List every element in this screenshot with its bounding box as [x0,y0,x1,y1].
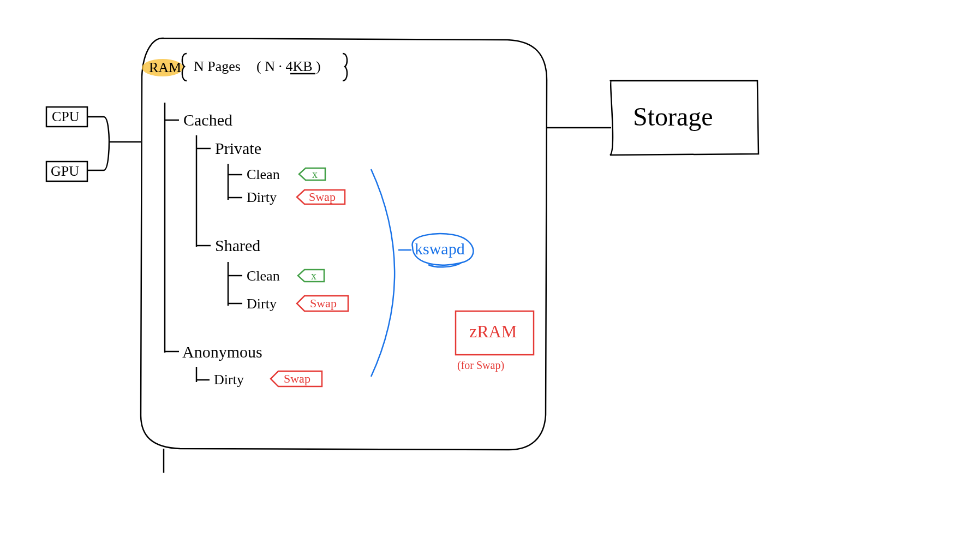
cpu-gpu-bracket [87,117,141,170]
label-shared-dirty: Dirty [247,296,277,312]
ram-box [141,38,547,450]
tag-shared-clean: x [298,270,324,282]
cpu-label: CPU [52,109,80,124]
tag-private-dirty-text: Swap [309,190,336,204]
label-shared: Shared [215,236,260,254]
label-zram: zRAM [469,321,517,341]
label-storage: Storage [633,102,713,131]
tag-shared-dirty: Swap [297,296,348,311]
label-kswapd: kswapd [415,240,465,258]
label-zram-note: (for Swap) [457,359,504,372]
ram-header-size: ( N · 4KB ) [256,58,321,74]
label-shared-clean: Clean [247,268,280,284]
label-private-clean: Clean [247,166,280,182]
label-anon-dirty: Dirty [214,372,244,388]
label-private-dirty: Dirty [247,189,277,205]
label-anon: Anonymous [182,343,262,361]
ram-brace-right [343,53,347,81]
tag-shared-dirty-text: Swap [310,296,337,310]
tag-private-clean-text: x [312,168,318,180]
zram-box: zRAM (for Swap) [456,311,534,372]
kswapd-arc [371,169,395,377]
diagram-canvas: CPU GPU RAM N Pages ( N · 4KB ) Cached P… [0,0,980,560]
tag-anon-dirty-text: Swap [284,372,310,385]
cpu-box: CPU [46,107,87,127]
tag-anon-dirty: Swap [271,371,322,386]
label-private: Private [215,139,261,157]
storage-box: Storage [610,81,758,155]
tag-shared-clean-text: x [311,270,316,282]
ram-label: RAM [149,59,181,75]
tag-private-dirty: Swap [297,190,345,204]
label-cached: Cached [183,111,232,129]
gpu-label: GPU [51,163,79,179]
tag-private-clean: x [299,168,325,180]
gpu-box: GPU [46,162,87,181]
ram-header-pages: N Pages [194,58,241,74]
